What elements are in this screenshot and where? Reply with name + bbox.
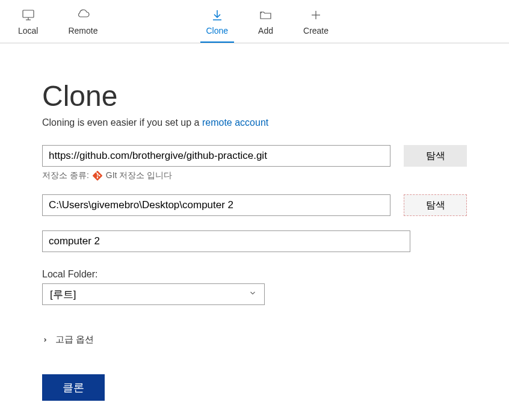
repo-type-label: 저장소 종류:: [42, 170, 89, 181]
tab-add[interactable]: Add: [246, 0, 285, 43]
advanced-options-label: 고급 옵션: [55, 334, 94, 345]
tab-add-label: Add: [258, 26, 273, 36]
page-subtitle: Cloning is even easier if you set up a r…: [42, 117, 467, 128]
local-folder-select[interactable]: [루트]: [42, 283, 265, 305]
folder-open-icon: [259, 8, 273, 22]
cloud-icon: [76, 8, 90, 22]
tab-clone-label: Clone: [206, 26, 229, 36]
plus-icon: [309, 8, 323, 22]
tab-local-label: Local: [18, 26, 38, 36]
svg-rect-0: [23, 10, 34, 17]
browse-source-button[interactable]: 탐색: [404, 145, 467, 167]
repo-type-text: GIt 저장소 입니다: [106, 170, 172, 181]
tab-remote-label: Remote: [68, 26, 97, 36]
source-url-input[interactable]: [42, 145, 390, 167]
page-title: Clone: [42, 79, 467, 113]
tab-local[interactable]: Local: [6, 0, 50, 43]
advanced-options-toggle[interactable]: 고급 옵션: [42, 334, 467, 345]
tab-create-label: Create: [303, 26, 329, 36]
chevron-down-icon: [248, 289, 257, 300]
clone-button[interactable]: 클론: [42, 374, 105, 401]
monitor-icon: [21, 8, 35, 22]
local-folder-label: Local Folder:: [42, 269, 467, 280]
chevron-right-icon: [42, 335, 48, 345]
dest-path-input[interactable]: [42, 194, 390, 216]
browse-dest-button[interactable]: 탐색: [404, 194, 467, 216]
remote-account-link[interactable]: remote account: [202, 117, 268, 128]
name-input[interactable]: [42, 230, 410, 252]
git-icon: [93, 171, 102, 181]
local-folder-value: [루트]: [50, 288, 76, 301]
tab-clone[interactable]: Clone: [194, 0, 241, 43]
tab-remote[interactable]: Remote: [56, 0, 110, 43]
tab-create[interactable]: Create: [291, 0, 341, 43]
download-icon: [210, 8, 224, 22]
